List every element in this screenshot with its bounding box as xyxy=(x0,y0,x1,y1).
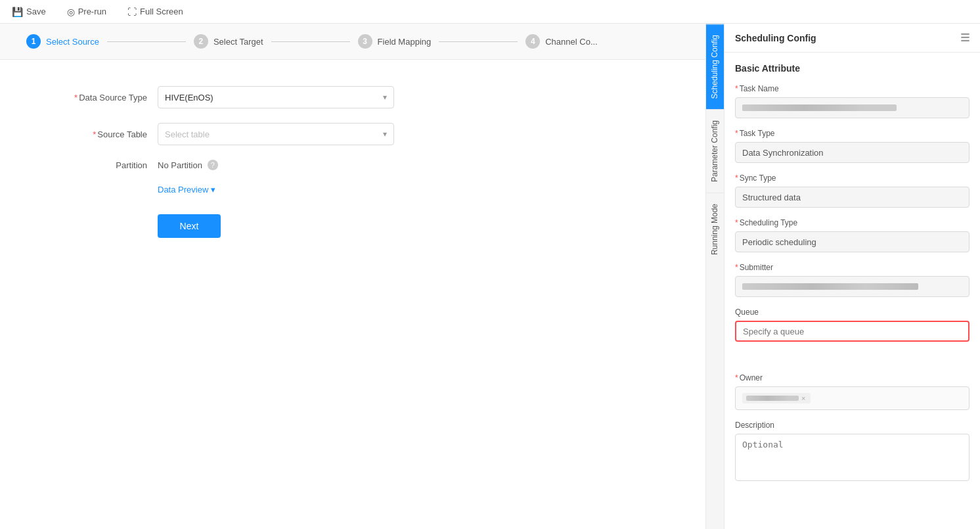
source-table-chevron: ▾ xyxy=(383,129,387,139)
queue-input[interactable] xyxy=(735,321,969,342)
fullscreen-icon: ⛶ xyxy=(127,7,137,17)
sync-type-label: *Sync Type xyxy=(735,173,969,183)
form-area: *Data Source Type HIVE(EnOS) ▾ *Source T… xyxy=(0,60,705,529)
save-label: Save xyxy=(26,7,46,16)
toolbar: 💾 Save ◎ Pre-run ⛶ Full Screen xyxy=(0,0,980,24)
queue-label: Queue xyxy=(735,308,969,317)
step-3-label: Field Mapping xyxy=(378,37,432,47)
description-input[interactable] xyxy=(735,434,969,481)
task-name-field: *Task Name xyxy=(735,84,969,118)
sync-type-input[interactable] xyxy=(735,187,969,208)
tab-running-mode-label: Running Mode xyxy=(710,204,719,255)
config-panel-menu-icon[interactable]: ☰ xyxy=(960,32,969,44)
step-1-label: Select Source xyxy=(46,37,99,47)
tab-running-mode[interactable]: Running Mode xyxy=(706,193,724,265)
task-name-label: *Task Name xyxy=(735,84,969,93)
config-panel: Scheduling Config ☰ Basic Attribute *Tas… xyxy=(724,24,980,529)
submitter-label: *Submitter xyxy=(735,263,969,272)
step-3-circle: 3 xyxy=(358,34,372,49)
partition-label: Partition xyxy=(53,160,158,170)
tab-parameter-config[interactable]: Parameter Config xyxy=(706,109,724,193)
description-field: Description xyxy=(735,421,969,483)
task-type-field: *Task Type xyxy=(735,129,969,163)
task-type-label: *Task Type xyxy=(735,129,969,138)
save-button[interactable]: 💾 Save xyxy=(8,4,50,20)
config-content: Basic Attribute *Task Name *Task Type xyxy=(724,53,980,504)
step-connector-2 xyxy=(271,41,350,42)
prerun-label: Pre-run xyxy=(78,7,106,16)
source-table-row: *Source Table Select table ▾ xyxy=(53,123,653,145)
step-connector-3 xyxy=(439,41,518,42)
main-layout: 1 Select Source 2 Select Target 3 Field … xyxy=(0,24,980,529)
step-4-label: Channel Co... xyxy=(545,37,598,47)
step-2: 2 Select Target xyxy=(194,34,263,49)
owner-field: *Owner × xyxy=(735,373,969,410)
partition-help-icon[interactable]: ? xyxy=(208,160,218,170)
owner-input[interactable]: × xyxy=(735,386,969,410)
config-panel-title: Scheduling Config xyxy=(735,33,816,43)
queue-field: Queue Specify a queue xyxy=(735,308,969,363)
sidebar-tabs: Scheduling Config Parameter Config Runni… xyxy=(705,24,724,529)
step-2-circle: 2 xyxy=(194,34,208,49)
datasource-type-row: *Data Source Type HIVE(EnOS) ▾ xyxy=(53,86,653,108)
submitter-input[interactable] xyxy=(735,276,969,297)
prerun-button[interactable]: ◎ Pre-run xyxy=(63,4,110,20)
data-preview-link[interactable]: Data Preview ▾ xyxy=(158,185,653,195)
config-section-title: Basic Attribute xyxy=(735,63,969,74)
source-table-placeholder: Select table xyxy=(165,129,210,139)
scheduling-type-label: *Scheduling Type xyxy=(735,218,969,227)
tab-parameter-config-label: Parameter Config xyxy=(710,120,719,182)
datasource-type-chevron: ▾ xyxy=(383,93,387,102)
task-name-input[interactable] xyxy=(735,97,969,118)
next-button-wrapper: Next xyxy=(53,214,653,238)
owner-tag: × xyxy=(742,393,811,403)
source-table-select[interactable]: Select table ▾ xyxy=(158,123,394,145)
step-4-circle: 4 xyxy=(525,34,540,49)
next-button[interactable]: Next xyxy=(158,214,221,238)
data-preview-chevron: ▾ xyxy=(211,185,215,195)
scheduling-type-field: *Scheduling Type xyxy=(735,218,969,252)
save-icon: 💾 xyxy=(12,7,23,17)
prerun-icon: ◎ xyxy=(67,7,75,17)
datasource-type-select[interactable]: HIVE(EnOS) ▾ xyxy=(158,86,394,108)
owner-label: *Owner xyxy=(735,373,969,382)
config-header: Scheduling Config ☰ xyxy=(724,24,980,53)
fullscreen-label: Full Screen xyxy=(140,7,183,16)
source-table-label: *Source Table xyxy=(53,129,158,139)
scheduling-type-input[interactable] xyxy=(735,231,969,252)
tab-scheduling-config-label: Scheduling Config xyxy=(710,35,719,99)
datasource-type-label: *Data Source Type xyxy=(53,93,158,103)
task-type-input[interactable] xyxy=(735,142,969,163)
step-2-label: Select Target xyxy=(213,37,263,47)
step-4: 4 Channel Co... xyxy=(525,34,598,49)
tab-scheduling-config[interactable]: Scheduling Config xyxy=(706,24,724,109)
data-preview-label: Data Preview xyxy=(158,185,208,195)
step-3: 3 Field Mapping xyxy=(358,34,432,49)
owner-tag-close[interactable]: × xyxy=(801,394,807,402)
datasource-type-value: HIVE(EnOS) xyxy=(165,93,213,103)
fullscreen-button[interactable]: ⛶ Full Screen xyxy=(123,4,187,20)
content-area: 1 Select Source 2 Select Target 3 Field … xyxy=(0,24,705,529)
sync-type-field: *Sync Type xyxy=(735,173,969,208)
step-connector-1 xyxy=(107,41,186,42)
partition-value-row: No Partition ? xyxy=(158,160,218,170)
partition-row: Partition No Partition ? xyxy=(53,160,653,170)
step-1-circle: 1 xyxy=(26,34,41,49)
partition-value: No Partition xyxy=(158,160,202,170)
steps-bar: 1 Select Source 2 Select Target 3 Field … xyxy=(0,24,705,60)
submitter-field: *Submitter xyxy=(735,263,969,297)
description-label: Description xyxy=(735,421,969,430)
step-1: 1 Select Source xyxy=(26,34,99,49)
